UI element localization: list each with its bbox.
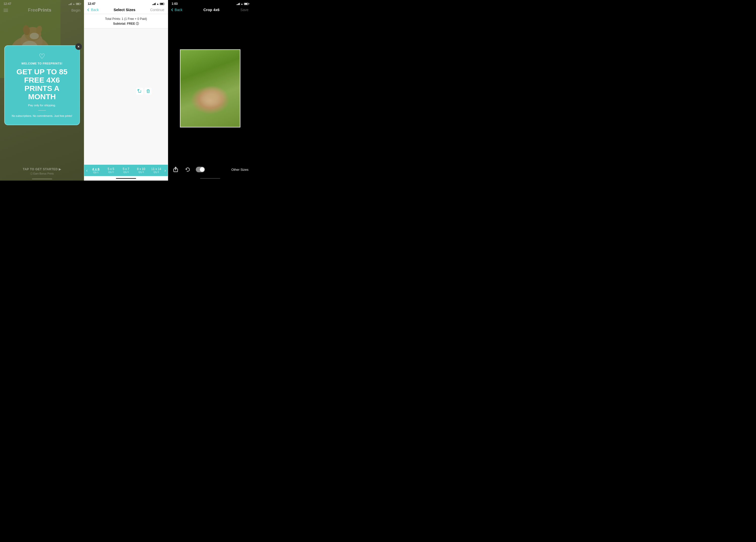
size-item-8x10[interactable]: 8 x 10 Qty 0	[134, 167, 148, 174]
crop-button[interactable]	[136, 88, 143, 95]
back-label: Back	[91, 8, 99, 12]
size-label: 5 x 5	[104, 167, 118, 171]
photo-crop-preview	[180, 50, 240, 127]
size-item-5x7[interactable]: 5 x 7 Qty 0	[119, 167, 133, 174]
time-label: 12:47	[88, 2, 96, 6]
rotate-button[interactable]	[184, 166, 192, 174]
status-bar: 1:03 ▲	[168, 0, 252, 7]
modal-overlay: × ♡ WELCOME TO FREEPRINTS! GET UP TO 85 …	[0, 0, 84, 181]
page-title: Crop 4x6	[203, 8, 219, 12]
prev-size-arrow[interactable]: ‹	[86, 168, 88, 173]
other-sizes-button[interactable]: Other Sizes	[231, 168, 248, 172]
back-chevron-icon	[87, 8, 90, 11]
footer-text: No subscriptions. No commitments. Just f…	[10, 114, 74, 118]
crop-area[interactable]	[168, 14, 252, 163]
headline-text: GET UP TO 85 FREE 4X6 PRINTS A MONTH	[10, 68, 74, 101]
size-label: 5 x 7	[119, 167, 133, 171]
status-icons: ▲	[237, 3, 248, 5]
save-button[interactable]: Save	[240, 8, 248, 12]
home-bar	[200, 178, 220, 179]
share-button[interactable]	[172, 166, 180, 174]
shipping-text: Pay only for shipping.	[10, 104, 74, 107]
welcome-modal: × ♡ WELCOME TO FREEPRINTS! GET UP TO 85 …	[4, 45, 80, 125]
next-size-arrow[interactable]: ›	[164, 168, 166, 173]
size-qty: Qty 1	[89, 171, 103, 174]
sizes-list: 4 x 6 Qty 1 5 x 5 Qty 0 5 x 7 Qty 0 8 x …	[89, 167, 163, 174]
toggle-switch[interactable]	[196, 167, 205, 172]
signal-icon	[152, 3, 156, 5]
welcome-label: WELCOME TO FREEPRINTS!	[10, 62, 74, 65]
size-qty: Qty 0	[119, 171, 133, 173]
home-indicator	[168, 176, 252, 181]
size-label: 11 x 14	[149, 167, 163, 171]
crop-frame[interactable]	[180, 49, 240, 128]
page-title: Select Sizes	[114, 8, 136, 12]
size-item-11x14[interactable]: 11 x 14 Qty 0	[149, 167, 163, 174]
size-label: 4 x 6	[89, 167, 103, 171]
home-indicator	[84, 176, 168, 181]
total-prints-label: Total Prints: 1 (1 Free + 0 Paid)	[88, 17, 164, 21]
wifi-icon: ▲	[156, 3, 159, 5]
toggle-knob	[200, 167, 204, 172]
time-label: 1:03	[172, 2, 178, 6]
size-selector: ‹ 4 x 6 Qty 1 5 x 5 Qty 0 5 x 7 Qty 0 8 …	[84, 165, 168, 176]
nav-bar: Back Select Sizes Continue	[84, 7, 168, 14]
battery-icon	[244, 3, 248, 5]
home-bar	[116, 178, 136, 179]
panel-select-sizes: 12:47 ▲ Back Select Sizes Continue Total…	[84, 0, 168, 181]
photo-actions	[136, 88, 152, 95]
heart-icon: ♡	[10, 53, 74, 60]
size-item-4x6[interactable]: 4 x 6 Qty 1	[89, 167, 103, 174]
signal-icon	[237, 3, 240, 5]
nav-bar: Back Crop 4x6 Save	[168, 7, 252, 14]
panel-crop: 1:03 ▲ Back Crop 4x6 Save	[168, 0, 252, 181]
status-icons: ▲	[152, 3, 164, 5]
crop-toolbar: Other Sizes	[168, 163, 252, 176]
divider	[38, 110, 46, 111]
delete-button[interactable]	[145, 88, 152, 95]
back-label: Back	[175, 8, 182, 12]
battery-icon	[160, 3, 164, 5]
panel-welcome: 12:47 ▲ FreePrints Begin × ♡ WELCOME TO …	[0, 0, 84, 181]
back-button[interactable]: Back	[172, 8, 182, 12]
wifi-icon: ▲	[241, 3, 243, 5]
size-qty: Qty 0	[104, 171, 118, 173]
size-qty: Qty 0	[134, 171, 148, 173]
order-summary: Total Prints: 1 (1 Free + 0 Paid) Subtot…	[84, 14, 168, 28]
continue-button[interactable]: Continue	[150, 8, 164, 12]
size-item-5x5[interactable]: 5 x 5 Qty 0	[104, 167, 118, 174]
back-button[interactable]: Back	[88, 8, 99, 12]
size-qty: Qty 0	[149, 171, 163, 173]
subtotal-label: Subtotal: FREE ⓘ	[88, 21, 164, 26]
size-label: 8 x 10	[134, 167, 148, 171]
modal-close-button[interactable]: ×	[75, 43, 82, 50]
photo-area	[84, 28, 168, 165]
back-chevron-icon	[171, 8, 174, 11]
status-bar: 12:47 ▲	[84, 0, 168, 7]
